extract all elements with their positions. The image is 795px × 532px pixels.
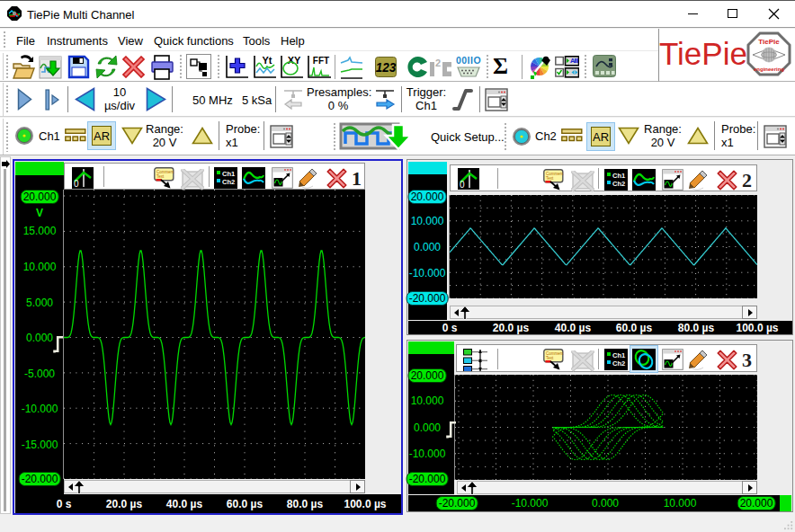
svg-text:Ch2: Ch2 <box>612 180 625 188</box>
svg-text:Ch2: Ch2 <box>222 178 235 186</box>
svg-text:FFT: FFT <box>313 56 329 66</box>
svg-text:TiePie: TiePie <box>758 38 780 46</box>
svg-text:Text: Text <box>546 176 554 181</box>
svg-text:Comment: Comment <box>546 172 564 176</box>
svg-text:Ch1: Ch1 <box>612 351 625 359</box>
svg-text:123: 123 <box>376 59 397 75</box>
svg-text:XY: XY <box>288 55 301 66</box>
svg-text:Ch2: Ch2 <box>612 359 625 368</box>
svg-text:engineering: engineering <box>754 66 784 72</box>
svg-text:0: 0 <box>74 179 79 189</box>
svg-text:Yt: Yt <box>263 55 272 66</box>
svg-text:0: 0 <box>460 180 465 190</box>
svg-text:Ch1: Ch1 <box>612 172 625 180</box>
svg-text:00IIO: 00IIO <box>456 55 481 66</box>
svg-text:Text: Text <box>546 356 554 360</box>
svg-text:2: 2 <box>435 58 441 68</box>
svg-text:Comment: Comment <box>546 351 564 356</box>
svg-text:Comment: Comment <box>156 170 174 174</box>
svg-text:Ch1: Ch1 <box>222 170 235 178</box>
svg-text:Text: Text <box>156 174 165 179</box>
